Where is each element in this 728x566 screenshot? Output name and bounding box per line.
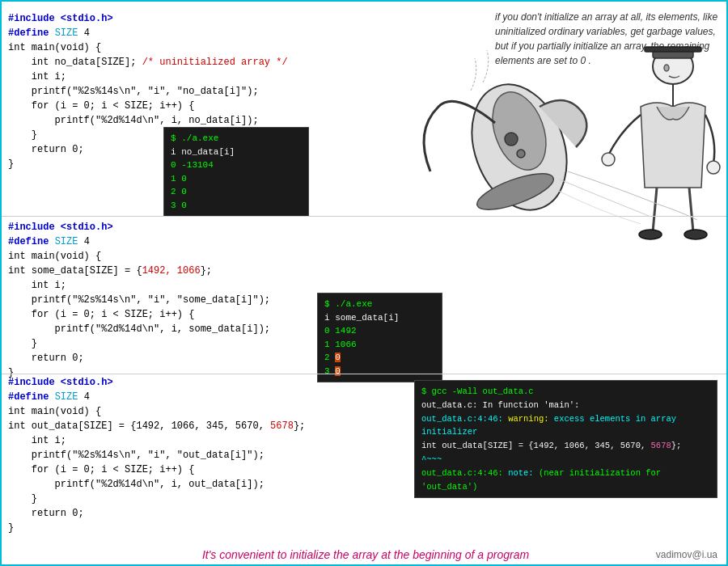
terminal-2-content: $ ./a.exe i some_data[i] 0 1492 1 1066 2… <box>317 293 442 382</box>
svg-point-11 <box>707 161 720 174</box>
main-container: #include <stdio.h> #define SIZE 4 int ma… <box>2 2 728 566</box>
terminal-1-header: i no_data[i] <box>171 146 302 159</box>
terminal-2-row-2: 2 0 <box>324 351 435 365</box>
code-block-2: #include <stdio.h> #define SIZE 4 int ma… <box>8 220 307 380</box>
svg-point-3 <box>505 133 518 146</box>
divider-1 <box>2 216 728 217</box>
terminal-1-row-3: 3 0 <box>171 199 302 213</box>
gcc-terminal-content: $ gcc -Wall out_data.c out_data.c: In fu… <box>414 380 717 498</box>
footer-italic-text: It's convenient to initialize the array … <box>202 548 529 561</box>
gcc-line-5: out_data.c:4:46: note: (near initializat… <box>421 467 710 494</box>
svg-point-4 <box>517 150 525 158</box>
gcc-line-1: out_data.c: In function 'main': <box>421 399 710 412</box>
illustration-svg <box>390 26 728 244</box>
svg-point-8 <box>664 65 669 71</box>
terminal-2-header: i some_data[i] <box>324 311 435 325</box>
code-section-2: #include <stdio.h> #define SIZE 4 int ma… <box>8 220 307 380</box>
terminal-1-prompt: $ ./a.exe <box>171 132 302 146</box>
terminal-2-prompt: $ ./a.exe <box>324 298 435 311</box>
terminal-2-row-0: 0 1492 <box>324 324 435 338</box>
terminal-2-row-1: 1 1066 <box>324 338 435 352</box>
gcc-line-3: int out_data[SIZE] = {1492, 1066, 345, 5… <box>421 439 710 453</box>
code-block-3: #include <stdio.h> #define SIZE 4 int ma… <box>8 375 324 535</box>
terminal-2-row-3: 3 0 <box>324 365 435 378</box>
svg-point-14 <box>639 230 662 239</box>
illustration-area <box>390 26 728 244</box>
terminal-1: $ ./a.exe i no_data[i] 0 -13104 1 0 2 0 … <box>163 127 309 217</box>
gcc-line-2: out_data.c:4:46: warning: excess element… <box>421 412 710 440</box>
svg-point-10 <box>602 153 615 166</box>
divider-2 <box>2 374 728 374</box>
terminal-1-row-2: 2 0 <box>171 185 302 199</box>
svg-rect-7 <box>645 47 701 52</box>
code-section-3: #include <stdio.h> #define SIZE 4 int ma… <box>8 375 324 535</box>
footer-email: vadimov@i.ua <box>656 549 717 560</box>
terminal-1-row-0: 0 -13104 <box>171 158 302 172</box>
terminal-1-content: $ ./a.exe i no_data[i] 0 -13104 1 0 2 0 … <box>163 127 309 217</box>
gcc-line-0: $ gcc -Wall out_data.c <box>421 385 710 399</box>
svg-point-15 <box>684 230 707 239</box>
gcc-line-4: ^~~~ <box>421 453 710 467</box>
footer: It's convenient to initialize the array … <box>2 548 728 561</box>
svg-line-12 <box>653 188 657 232</box>
terminal-1-row-1: 1 0 <box>171 172 302 186</box>
terminal-2: $ ./a.exe i some_data[i] 0 1492 1 1066 2… <box>317 293 442 382</box>
svg-line-13 <box>689 188 693 232</box>
terminal-3: $ gcc -Wall out_data.c out_data.c: In fu… <box>414 380 717 498</box>
